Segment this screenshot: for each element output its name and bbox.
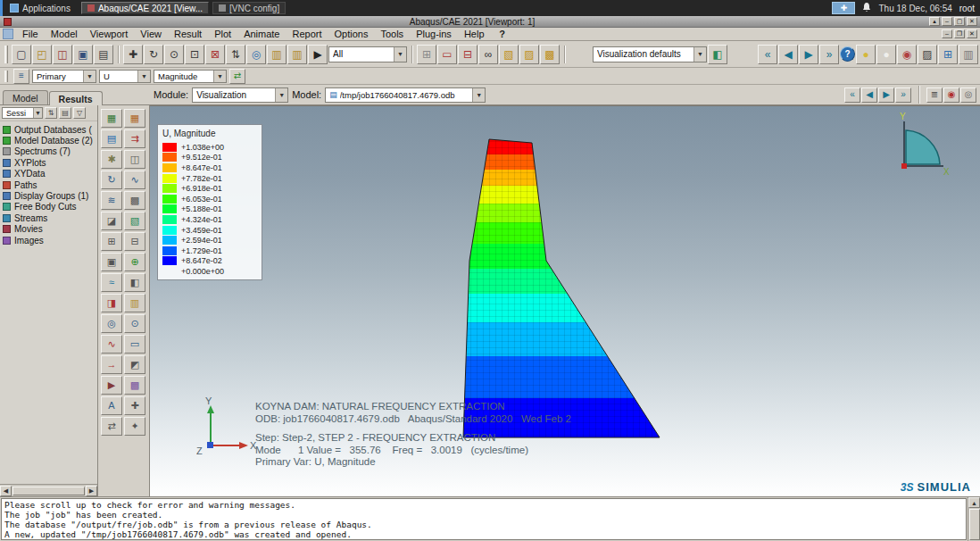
mdi-minimize-button[interactable]: – [942, 29, 952, 38]
xy-plot-icon[interactable]: ▭ [124, 335, 145, 354]
tree-item-spectrums-7[interactable]: Spectrums (7) [3, 146, 97, 157]
field-invariant-combo[interactable]: Magnitude ▼ [154, 70, 227, 83]
context-help-menu-button[interactable]: ? [496, 29, 509, 39]
next-image-icon[interactable]: ▶ [799, 45, 818, 64]
annotation-manager-icon[interactable]: A [101, 396, 122, 415]
taskbar-clock[interactable]: Thu 18 Dec, 06:54 [878, 4, 951, 13]
tree-item-model-database-2[interactable]: Model Database (2) [3, 135, 97, 146]
menu-item-result[interactable]: Result [168, 29, 208, 39]
first-frame-icon[interactable]: « [844, 87, 860, 103]
record-knob-icon[interactable]: ◉ [897, 45, 917, 64]
activate-pick-icon[interactable]: ⊞ [417, 45, 436, 64]
chevron-down-icon[interactable]: ▼ [83, 71, 96, 82]
scroll-up-icon[interactable]: ▲ [968, 497, 980, 508]
previous-image-icon[interactable]: ◀ [778, 45, 798, 64]
query-icon[interactable]: ◎ [101, 314, 122, 333]
previous-frame-icon[interactable]: ◀ [861, 87, 877, 103]
applications-menu[interactable]: Applications [3, 0, 78, 16]
menu-item-help[interactable]: Help [458, 29, 491, 39]
plot-contours-icon[interactable]: ▤ [101, 129, 122, 148]
odb-display-options-icon[interactable]: ▣ [101, 253, 122, 271]
animate-time-history-icon[interactable]: ∿ [124, 171, 145, 189]
magnify-view-icon[interactable]: ⊙ [164, 45, 184, 64]
save-view-icon[interactable]: ⊞ [938, 45, 958, 64]
next-frame-icon[interactable]: ▶ [878, 87, 894, 103]
close-button[interactable]: ✕ [967, 17, 977, 26]
white-knob-icon[interactable]: ● [876, 45, 896, 64]
view-cut-icon[interactable]: ◪ [101, 212, 122, 230]
message-log[interactable]: Please scroll up to check for error and … [1, 498, 967, 540]
save-database-icon[interactable]: ▣ [73, 45, 93, 64]
message-scrollbar[interactable]: ▲ [968, 497, 980, 541]
color-palette-icon[interactable]: ◧ [708, 45, 727, 64]
tree-item-streams[interactable]: Streams [3, 212, 97, 223]
cycle-views-icon[interactable]: ⇅ [226, 45, 245, 64]
tree-item-movies[interactable]: Movies [3, 224, 97, 235]
minimize-button[interactable]: – [942, 17, 952, 26]
box-zoom-icon[interactable]: ⊡ [185, 45, 204, 64]
field-variable-combo[interactable]: U ▼ [99, 70, 151, 83]
common-options-icon[interactable]: ⊞ [101, 232, 122, 251]
field-position-combo[interactable]: Primary ▼ [32, 70, 96, 83]
context-help-round-icon[interactable]: ? [840, 46, 855, 62]
display-group-boolean-icon[interactable]: ◨ [101, 294, 122, 312]
contour-options-icon[interactable]: ▧ [124, 212, 145, 230]
hidden-line-cube-icon[interactable]: ▨ [519, 45, 539, 64]
shaded-cube-icon[interactable]: ▩ [540, 45, 560, 64]
menu-item-viewport[interactable]: Viewport [84, 29, 135, 39]
display-group-create-icon[interactable]: ◧ [124, 273, 145, 292]
path-create-icon[interactable]: → [101, 355, 122, 374]
selection-filter-combo[interactable]: All ▼ [328, 46, 407, 62]
tree-list-icon[interactable]: ▤ [59, 107, 71, 119]
tree-item-free-body-cuts[interactable]: Free Body Cuts [3, 202, 97, 212]
menu-item-view[interactable]: View [134, 29, 168, 39]
last-image-icon[interactable]: » [819, 45, 839, 64]
menu-item-plot[interactable]: Plot [208, 29, 237, 39]
xy-data-create-icon[interactable]: ∿ [101, 335, 122, 354]
scrollbar-thumb[interactable] [12, 487, 85, 495]
movie-create-icon[interactable]: ▶ [101, 376, 122, 395]
chevron-down-icon[interactable]: ▼ [213, 71, 226, 82]
pan-view-icon[interactable]: ✚ [123, 45, 143, 64]
model-combo[interactable]: ▤ /tmp/job1766040817.4679.odb ▼ [325, 87, 486, 103]
replace-display-group-icon[interactable]: ⊟ [458, 45, 478, 64]
multiple-plot-states-icon[interactable]: ◫ [124, 150, 145, 169]
tree-item-paths[interactable]: Paths [3, 179, 97, 190]
modules-book-icon[interactable]: ▥ [287, 45, 307, 64]
chevron-down-icon[interactable]: ▼ [275, 88, 287, 102]
menu-item-options[interactable]: Options [328, 29, 375, 39]
animate-harmonic-icon[interactable]: ≋ [101, 191, 122, 210]
module-combo[interactable]: Visualization ▼ [192, 87, 288, 103]
tab-results[interactable]: Results [49, 91, 103, 105]
menu-item-animate[interactable]: Animate [237, 29, 286, 39]
free-body-cut-icon[interactable]: ⊕ [124, 253, 145, 271]
viewport-canvas[interactable]: U, Magnitude +1.038e+00+9.512e-01+8.647e… [150, 105, 980, 496]
refresh-field-swap-icon[interactable]: ⇄ [229, 69, 245, 84]
dam-contour-plot[interactable] [458, 135, 663, 443]
create-datum-cs-icon[interactable]: ✚ [124, 396, 145, 415]
light-knob-icon[interactable]: ● [856, 45, 876, 64]
tree-filter-icon[interactable]: ▽ [73, 107, 86, 119]
toolbar-grip[interactable] [4, 46, 8, 63]
animate-scale-factor-icon[interactable]: ↻ [101, 171, 122, 189]
plot-deformed-icon[interactable]: ▦ [124, 109, 145, 128]
mount-disk-icon[interactable]: ◫ [53, 45, 72, 64]
toolbar-grip[interactable] [4, 71, 8, 82]
taskbar-item-abaqus[interactable]: Abaqus/CAE 2021 [View... [81, 2, 209, 14]
bell-icon[interactable] [862, 3, 871, 14]
tree-item-xyplots[interactable]: XYPlots [3, 157, 97, 168]
menu-item-tools[interactable]: Tools [374, 29, 410, 39]
stream-create-icon[interactable]: ≈ [101, 273, 122, 292]
chevron-down-icon[interactable]: ▼ [137, 71, 150, 82]
fit-view-icon[interactable]: ⊠ [205, 45, 225, 64]
maximize-button[interactable]: ▢ [954, 17, 965, 26]
view-glasses-icon[interactable]: ∞ [478, 45, 498, 64]
superimpose-options-icon[interactable]: ⊟ [124, 232, 145, 251]
session-combo[interactable]: Sessi ▼ [2, 107, 43, 119]
scrollbar-thumb[interactable] [969, 509, 980, 540]
chevron-down-icon[interactable]: ▼ [472, 88, 485, 102]
menu-item-model[interactable]: Model [45, 29, 84, 39]
render-box-icon[interactable]: ▨ [918, 45, 937, 64]
tab-model[interactable]: Model [3, 90, 48, 104]
chevron-down-icon[interactable]: ▼ [33, 108, 42, 118]
